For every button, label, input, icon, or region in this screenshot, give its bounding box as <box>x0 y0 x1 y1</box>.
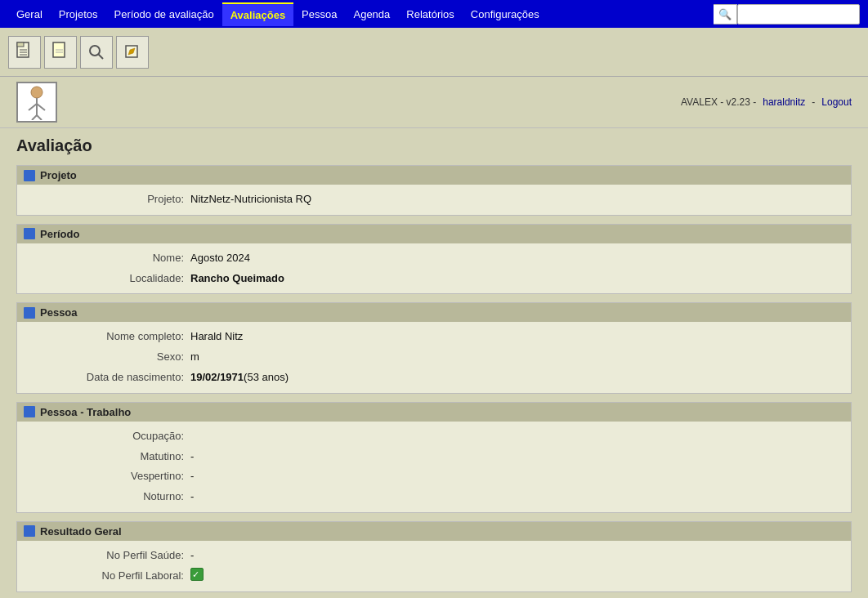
field-perfil-saude-value: - <box>190 547 194 565</box>
field-vespertino-label: Vespertino: <box>27 468 190 485</box>
section-projeto-label: Projeto <box>40 169 77 181</box>
nav-configuracoes[interactable]: Configurações <box>463 3 548 25</box>
nav-search-area: 🔍 <box>714 4 860 25</box>
field-sexo-value: m <box>190 349 199 366</box>
svg-line-14 <box>37 104 45 110</box>
field-noturno-label: Noturno: <box>27 489 190 506</box>
section-projeto-body: Projeto: NitzNetz-Nutricionista RQ <box>17 185 851 215</box>
section-pessoa-trabalho-label: Pessoa - Trabalho <box>40 406 131 418</box>
section-periodo-header: Período <box>17 225 851 243</box>
edit-icon <box>123 43 141 61</box>
section-pessoa-body: Nome completo: Harald Nitz Sexo: m Data … <box>17 322 851 392</box>
svg-line-15 <box>32 115 37 120</box>
user-info: AVALEX - v2.23 - haraldnitz - Logout <box>681 96 852 108</box>
field-nome-label: Nome: <box>27 250 190 267</box>
field-matutino-value: - <box>190 448 194 466</box>
nav-avaliacoes[interactable]: Avaliações <box>222 2 293 26</box>
section-projeto-header: Projeto <box>17 166 851 185</box>
new-document-icon <box>51 42 69 63</box>
field-perfil-saude: No Perfil Saúde: - <box>17 546 851 566</box>
svg-rect-1 <box>17 42 24 47</box>
section-resultado-geral-body: No Perfil Saúde: - No Perfil Laboral: <box>17 541 851 591</box>
nav-pessoa[interactable]: Pessoa <box>293 3 345 25</box>
section-projeto-icon <box>24 170 35 181</box>
svg-line-16 <box>37 115 42 120</box>
field-ocupacao-label: Ocupação: <box>27 428 190 445</box>
field-dob-value: 19/02/1971 <box>190 369 244 386</box>
svg-line-9 <box>98 54 103 59</box>
field-localidade: Localidade: Rancho Queimado <box>17 269 851 289</box>
field-nome-completo-label: Nome completo: <box>27 328 190 346</box>
field-projeto-value: NitzNetz-Nutricionista RQ <box>190 191 311 208</box>
section-pessoa-icon <box>24 307 35 319</box>
svg-point-11 <box>31 87 43 98</box>
field-nome: Nome: Agosto 2024 <box>17 248 851 269</box>
section-resultado-geral-icon <box>24 525 35 537</box>
field-vespertino-value: - <box>190 468 194 485</box>
nav-search-icon[interactable]: 🔍 <box>714 4 737 25</box>
field-sexo: Sexo: m <box>17 347 851 368</box>
field-nome-completo: Nome completo: Harald Nitz <box>17 327 851 347</box>
section-projeto: Projeto Projeto: NitzNetz-Nutricionista … <box>16 165 852 216</box>
field-dob: Data de nascimento: 19/02/1971 (53 anos) <box>17 368 851 388</box>
field-projeto-label: Projeto: <box>27 191 190 208</box>
main-content: Avaliação Projeto Projeto: NitzNetz-Nutr… <box>0 128 868 598</box>
toolbar-document-btn[interactable] <box>8 36 41 69</box>
nav-search-input[interactable] <box>737 4 860 25</box>
page-title: Avaliação <box>16 136 852 155</box>
toolbar-new-btn[interactable] <box>44 36 77 69</box>
section-resultado-geral-header: Resultado Geral <box>17 522 851 541</box>
section-pessoa-label: Pessoa <box>40 306 78 319</box>
section-periodo-icon <box>24 228 35 239</box>
section-pessoa-trabalho: Pessoa - Trabalho Ocupação: Matutino: - … <box>16 402 852 513</box>
section-pessoa-trabalho-header: Pessoa - Trabalho <box>17 403 851 422</box>
field-perfil-laboral: No Perfil Laboral: <box>17 566 851 587</box>
field-vespertino: Vespertino: - <box>17 466 851 487</box>
field-matutino-label: Matutino: <box>27 448 190 466</box>
field-perfil-saude-label: No Perfil Saúde: <box>27 547 190 565</box>
toolbar-search-btn[interactable] <box>80 36 113 69</box>
field-nome-value: Agosto 2024 <box>190 250 250 267</box>
search-icon <box>87 43 105 61</box>
field-projeto: Projeto: NitzNetz-Nutricionista RQ <box>17 190 851 210</box>
app-logo <box>16 82 57 123</box>
section-pessoa-trabalho-body: Ocupação: Matutino: - Vespertino: - Notu… <box>17 422 851 512</box>
field-dob-extra: (53 anos) <box>244 369 289 386</box>
field-dob-label: Data de nascimento: <box>27 369 190 386</box>
separator: - <box>812 96 815 108</box>
field-perfil-laboral-label: No Perfil Laboral: <box>27 568 190 585</box>
section-pessoa-trabalho-icon <box>24 406 35 417</box>
nav-relatorios[interactable]: Relatórios <box>398 3 463 25</box>
field-ocupacao: Ocupação: <box>17 426 851 447</box>
section-resultado-geral: Resultado Geral No Perfil Saúde: - No Pe… <box>16 521 852 592</box>
version-label: AVALEX - v2.23 - <box>681 96 756 108</box>
field-sexo-label: Sexo: <box>27 349 190 366</box>
toolbar <box>0 28 868 77</box>
field-noturno-value: - <box>190 489 194 506</box>
section-periodo-label: Período <box>40 228 79 240</box>
svg-line-13 <box>29 104 37 110</box>
field-localidade-label: Localidade: <box>27 270 190 288</box>
nav-projetos[interactable]: Projetos <box>51 3 106 25</box>
field-localidade-value: Rancho Queimado <box>190 270 284 288</box>
nav-periodo[interactable]: Período de avaliação <box>106 3 222 25</box>
logo-area <box>16 82 57 123</box>
section-pessoa: Pessoa Nome completo: Harald Nitz Sexo: … <box>16 302 852 393</box>
top-nav: Geral Projetos Período de avaliação Aval… <box>0 0 868 28</box>
username-link[interactable]: haraldnitz <box>763 96 805 108</box>
nav-agenda[interactable]: Agenda <box>345 3 398 25</box>
section-periodo: Período Nome: Agosto 2024 Localidade: Ra… <box>16 224 852 295</box>
field-matutino: Matutino: - <box>17 447 851 467</box>
document-icon <box>16 42 34 63</box>
field-noturno: Noturno: - <box>17 487 851 507</box>
page-header: AVALEX - v2.23 - haraldnitz - Logout <box>0 77 868 128</box>
section-pessoa-header: Pessoa <box>17 303 851 322</box>
toolbar-edit-btn[interactable] <box>116 36 149 69</box>
nav-geral[interactable]: Geral <box>8 3 51 25</box>
field-nome-completo-value: Harald Nitz <box>190 328 243 346</box>
section-resultado-geral-label: Resultado Geral <box>40 525 122 538</box>
perfil-laboral-checkbox <box>190 568 204 581</box>
logout-link[interactable]: Logout <box>821 96 852 108</box>
section-periodo-body: Nome: Agosto 2024 Localidade: Rancho Que… <box>17 243 851 294</box>
